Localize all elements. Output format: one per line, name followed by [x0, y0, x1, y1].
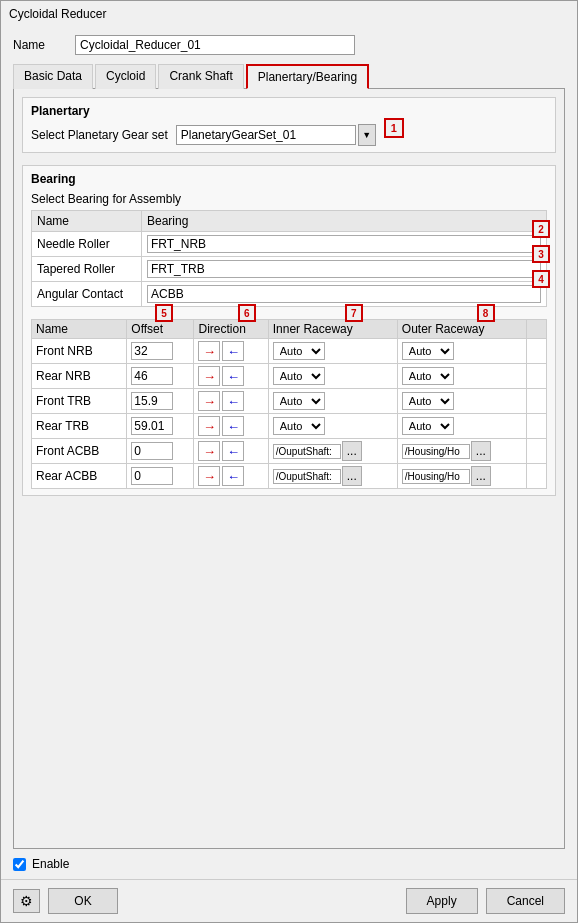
tapered-roller-input[interactable] — [147, 260, 541, 278]
row-name: Front ACBB — [32, 439, 127, 464]
inner-auto-select[interactable]: Auto — [273, 392, 325, 410]
outer-raceway-path: ... — [402, 441, 522, 461]
row-name: Rear ACBB — [32, 464, 127, 489]
assembly-row: Rear ACBB → ← ... ... — [32, 464, 547, 489]
direction-buttons: → ← — [198, 366, 263, 386]
inner-auto-select[interactable]: Auto — [273, 367, 325, 385]
offset-input[interactable] — [131, 392, 173, 410]
footer-left: ⚙ OK — [13, 888, 118, 914]
angular-contact-value-cell: 4 — [142, 282, 547, 307]
inner-raceway-auto: Auto — [273, 367, 393, 385]
offset-input[interactable] — [131, 417, 173, 435]
col-direction-header: Direction 6 — [194, 320, 268, 339]
col-offset-header: Offset 5 — [127, 320, 194, 339]
row-offset-cell — [127, 464, 194, 489]
row-empty-cell — [527, 439, 547, 464]
select-planetary-label: Select Planetary Gear set — [31, 128, 168, 142]
assembly-row: Rear NRB → ← Auto Auto — [32, 364, 547, 389]
direction-buttons: → ← — [198, 466, 263, 486]
arrow-right-btn[interactable]: → — [198, 341, 220, 361]
arrow-right-btn[interactable]: → — [198, 416, 220, 436]
angular-contact-badge: 4 — [532, 270, 550, 288]
arrow-right-btn[interactable]: → — [198, 441, 220, 461]
assembly-row: Front TRB → ← Auto Auto — [32, 389, 547, 414]
row-outer-cell: Auto — [397, 364, 526, 389]
direction-buttons: → ← — [198, 441, 263, 461]
row-inner-cell: Auto — [268, 339, 397, 364]
outer-auto-select[interactable]: Auto — [402, 392, 454, 410]
col-inner-header: Inner Raceway 7 — [268, 320, 397, 339]
inner-badge: 7 — [345, 304, 363, 322]
tab-planetary-bearing[interactable]: Planertary/Bearing — [246, 64, 369, 89]
arrow-left-btn[interactable]: ← — [222, 366, 244, 386]
name-input[interactable] — [75, 35, 355, 55]
inner-path-input[interactable] — [273, 444, 341, 459]
arrow-left-btn[interactable]: ← — [222, 466, 244, 486]
row-inner-cell: ... — [268, 464, 397, 489]
arrow-left-btn[interactable]: ← — [222, 391, 244, 411]
angular-contact-input[interactable] — [147, 285, 541, 303]
outer-auto-select[interactable]: Auto — [402, 342, 454, 360]
row-inner-cell: ... — [268, 439, 397, 464]
inner-auto-select[interactable]: Auto — [273, 342, 325, 360]
row-outer-cell: ... — [397, 464, 526, 489]
outer-path-browse-btn[interactable]: ... — [471, 466, 491, 486]
direction-header-badge-container: Direction 6 — [198, 322, 245, 336]
bearing-row-angular: Angular Contact 4 — [32, 282, 547, 307]
inner-path-input[interactable] — [273, 469, 341, 484]
name-row: Name — [13, 35, 565, 55]
row-outer-cell: Auto — [397, 389, 526, 414]
direction-buttons: → ← — [198, 391, 263, 411]
offset-badge: 5 — [155, 304, 173, 322]
enable-checkbox[interactable] — [13, 858, 26, 871]
row-inner-cell: Auto — [268, 364, 397, 389]
content-area: Name Basic Data Cycloid Crank Shaft Plan… — [1, 27, 577, 879]
tab-bar: Basic Data Cycloid Crank Shaft Planertar… — [13, 63, 565, 89]
bearing-table: Name Bearing Needle Roller 2 Tapered Rol… — [31, 210, 547, 307]
arrow-left-btn[interactable]: ← — [222, 341, 244, 361]
planetary-dropdown-btn[interactable]: ▼ — [358, 124, 376, 146]
tapered-roller-badge: 3 — [532, 245, 550, 263]
arrow-left-btn[interactable]: ← — [222, 416, 244, 436]
enable-row: Enable — [13, 857, 565, 871]
outer-header-badge-container: Outer Raceway 8 — [402, 322, 485, 336]
outer-raceway-path: ... — [402, 466, 522, 486]
inner-raceway-auto: Auto — [273, 342, 393, 360]
offset-input[interactable] — [131, 342, 173, 360]
outer-auto-select[interactable]: Auto — [402, 417, 454, 435]
needle-roller-badge: 2 — [532, 220, 550, 238]
outer-path-browse-btn[interactable]: ... — [471, 441, 491, 461]
settings-button[interactable]: ⚙ — [13, 889, 40, 913]
direction-buttons: → ← — [198, 341, 263, 361]
assembly-header-row: Name Offset 5 Direction 6 — [32, 320, 547, 339]
row-direction-cell: → ← — [194, 464, 268, 489]
cancel-button[interactable]: Cancel — [486, 888, 565, 914]
ok-button[interactable]: OK — [48, 888, 118, 914]
outer-path-input[interactable] — [402, 444, 470, 459]
arrow-right-btn[interactable]: → — [198, 391, 220, 411]
inner-path-browse-btn[interactable]: ... — [342, 466, 362, 486]
tab-basic-data[interactable]: Basic Data — [13, 64, 93, 89]
inner-auto-select[interactable]: Auto — [273, 417, 325, 435]
inner-path-browse-btn[interactable]: ... — [342, 441, 362, 461]
arrow-right-btn[interactable]: → — [198, 466, 220, 486]
tab-cycloid[interactable]: Cycloid — [95, 64, 156, 89]
offset-input[interactable] — [131, 442, 173, 460]
tapered-roller-value-cell: 3 — [142, 257, 547, 282]
outer-path-input[interactable] — [402, 469, 470, 484]
planetary-gear-input[interactable] — [176, 125, 356, 145]
apply-button[interactable]: Apply — [406, 888, 478, 914]
needle-roller-value-cell: 2 — [142, 232, 547, 257]
row-direction-cell: → ← — [194, 439, 268, 464]
footer: ⚙ OK Apply Cancel — [1, 879, 577, 922]
needle-roller-input[interactable] — [147, 235, 541, 253]
tab-crank-shaft[interactable]: Crank Shaft — [158, 64, 243, 89]
outer-badge: 8 — [477, 304, 495, 322]
outer-auto-select[interactable]: Auto — [402, 367, 454, 385]
row-outer-cell: ... — [397, 439, 526, 464]
offset-input[interactable] — [131, 367, 173, 385]
row-direction-cell: → ← — [194, 414, 268, 439]
offset-input[interactable] — [131, 467, 173, 485]
arrow-right-btn[interactable]: → — [198, 366, 220, 386]
arrow-left-btn[interactable]: ← — [222, 441, 244, 461]
